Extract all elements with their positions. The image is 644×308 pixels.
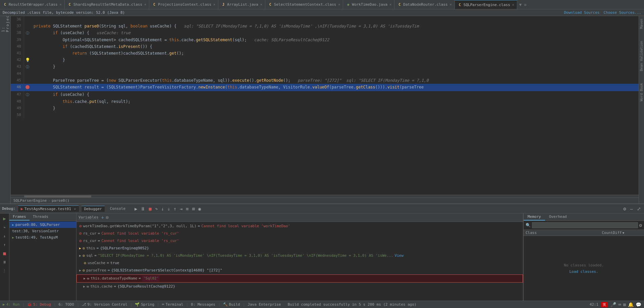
step-over-btn[interactable]: ↷ bbox=[154, 205, 159, 212]
download-sources-link[interactable]: Download Sources bbox=[564, 10, 599, 15]
code-line-45: 45 ParseTree parseTree = (new SQLParserE… bbox=[11, 77, 639, 84]
more-btn[interactable]: ⋮ bbox=[1, 267, 8, 274]
var-item-this[interactable]: ▶ ⊙ this = {SQLParserEngine@9052} bbox=[76, 245, 523, 252]
messages-btn[interactable]: 0: Messages bbox=[191, 302, 215, 307]
add-variable-btn[interactable]: + bbox=[100, 214, 105, 221]
tab-arraylist[interactable]: J ArrayList.java × bbox=[218, 0, 265, 9]
debugger-tab[interactable]: Debugger bbox=[82, 206, 105, 212]
var-value: "SELECT IF(MondayTime = ?,1,0) AS 'isMon… bbox=[98, 253, 393, 259]
tab-selectstatementcontext[interactable]: C SelectStatementContext.class × bbox=[265, 0, 343, 9]
stop-btn[interactable]: ■ bbox=[148, 205, 152, 212]
java-enterprise-btn[interactable]: Java Enterprise bbox=[248, 302, 281, 307]
breakpoint-icon[interactable] bbox=[25, 85, 30, 89]
var-name: parseTree bbox=[86, 267, 106, 273]
threads-tab[interactable]: Threads bbox=[30, 213, 52, 221]
pause-btn[interactable]: ⏸ bbox=[140, 205, 146, 212]
word-book-label[interactable]: Word Book bbox=[639, 80, 644, 104]
tab-overflow-button[interactable]: ▼ ≡ bbox=[517, 0, 529, 9]
overhead-tab[interactable]: Overhead bbox=[545, 213, 571, 221]
frame-item-test[interactable]: test:30, VersionContr bbox=[9, 228, 76, 234]
load-classes-link[interactable]: Load classes. bbox=[569, 269, 598, 274]
tab-projectionscontext[interactable]: C ProjectionsContext.class × bbox=[149, 0, 218, 9]
run-to-cursor-btn[interactable]: ⇥ bbox=[179, 205, 183, 212]
keyboard-icon[interactable]: ⌨ bbox=[618, 302, 621, 307]
memory-tab[interactable]: Memory bbox=[524, 213, 545, 221]
var-item-databasetypename[interactable]: ▶ ∞ this.databaseTypeName = 'Sql02' bbox=[76, 274, 523, 283]
chat-icon[interactable]: 💬 bbox=[636, 302, 641, 307]
tab-datanoderouter[interactable]: C DataNodeRouter.class × bbox=[394, 0, 454, 9]
debug-session-label: TestAgsMessage.test01 bbox=[24, 207, 71, 211]
close-icon[interactable]: × bbox=[260, 3, 262, 6]
trace-btn[interactable]: ⊞ bbox=[191, 205, 196, 212]
filter-btn[interactable]: ⊟ bbox=[106, 215, 108, 220]
memory-tab-label: Memory bbox=[528, 214, 541, 219]
var-name: this.databaseTypeName bbox=[91, 275, 137, 282]
debug-session-close[interactable]: × bbox=[74, 207, 76, 211]
run-status-btn[interactable]: ▶ 4: Run bbox=[3, 302, 19, 307]
close-icon[interactable]: × bbox=[389, 3, 391, 6]
code-line-49: 49 } bbox=[11, 105, 639, 112]
grid-icon[interactable]: ⊞ bbox=[623, 302, 626, 307]
close-icon[interactable]: × bbox=[338, 3, 340, 6]
line-gutter bbox=[24, 105, 31, 112]
horizontal-scrollbar[interactable] bbox=[11, 195, 639, 197]
var-item-sql[interactable]: ▶ ⊙ sql = "SELECT IF(MondayTime = ?,1,0)… bbox=[76, 252, 523, 259]
spring-btn[interactable]: 🌱 Spring bbox=[135, 302, 154, 307]
csdn-badge[interactable]: 英 bbox=[601, 302, 608, 307]
line-content: this.cache.put(sql, result); bbox=[31, 98, 639, 105]
close-icon[interactable]: × bbox=[450, 3, 452, 6]
var-name: sql bbox=[86, 253, 93, 259]
console-tab-label: Console bbox=[110, 206, 125, 211]
tab-shardingresultset[interactable]: C ShardingResultSetMetaData.class × bbox=[65, 0, 149, 9]
bean-validation-label[interactable]: Bean Validation bbox=[639, 38, 644, 74]
var-item-parsetree[interactable]: ▶ ⊙ parseTree = {SQL92StatementParser$Se… bbox=[76, 267, 523, 274]
close-icon[interactable]: × bbox=[144, 3, 146, 6]
tab-sqlparserengine[interactable]: C SQLParserEngine.class × bbox=[455, 0, 517, 9]
view-link[interactable]: View bbox=[395, 253, 404, 259]
step-out-btn-2[interactable]: ↑ bbox=[1, 241, 8, 248]
tab-resultsetwrapper[interactable]: C ResultSetWrapper.class × bbox=[0, 0, 65, 9]
build-btn[interactable]: 🔨 Build bbox=[223, 302, 240, 307]
force-step-into-btn[interactable]: ⇓ bbox=[166, 205, 171, 212]
resume-btn[interactable]: ▶ bbox=[133, 205, 138, 212]
debug-settings-btn[interactable]: ⚙ bbox=[622, 205, 627, 212]
frame-item-parse0[interactable]: ▶ parse0:80, SQLParser bbox=[9, 222, 76, 228]
memory-settings-icon[interactable]: ⚙ bbox=[639, 223, 642, 228]
console-tab[interactable]: Console bbox=[107, 206, 128, 211]
pause-all-btn[interactable]: ⏸ bbox=[1, 258, 8, 266]
var-item-cache[interactable]: ▶ ∞ this.cache = {SQLParseResultCache@91… bbox=[76, 283, 523, 290]
line-content: ParseTree parseTree = (new SQLParserExec… bbox=[31, 77, 639, 84]
debug-status-btn[interactable]: 🐞 5: Debug bbox=[27, 302, 51, 307]
step-over-btn-2[interactable]: ↷ bbox=[1, 224, 8, 231]
notification-icon[interactable]: 🔔 bbox=[628, 302, 634, 307]
debug-session-tab[interactable]: ▶ TestAgsMessage.test01 × bbox=[18, 205, 79, 212]
frame-item-test01[interactable]: ▶ test01:49, TestAgsM bbox=[9, 234, 76, 241]
version-control-btn[interactable]: ⎇ 9: Version Control bbox=[82, 302, 127, 307]
settings-icon-2[interactable]: ◉ bbox=[197, 205, 202, 212]
code-editor[interactable]: 36 37 private SQLStatement parse0(String… bbox=[11, 16, 639, 195]
restore-layout-btn[interactable]: ⤢ bbox=[636, 205, 642, 212]
run-btn[interactable]: ▶ bbox=[1, 215, 8, 222]
tab-worktimedao[interactable]: ● WorkTimeDao.java × bbox=[343, 0, 394, 9]
var-name: this bbox=[86, 245, 95, 251]
step-out-btn[interactable]: ↑ bbox=[172, 205, 177, 212]
debug-minimize-btn[interactable]: — bbox=[629, 205, 634, 212]
stop-btn-2[interactable]: ■ bbox=[1, 250, 8, 257]
memory-search-input[interactable] bbox=[532, 222, 638, 228]
class-icon: C bbox=[152, 2, 157, 7]
frames-tab[interactable]: Frames bbox=[9, 213, 30, 221]
mic-icon[interactable]: 🎤 bbox=[610, 302, 616, 307]
choose-sources-link[interactable]: Choose Sources... bbox=[603, 10, 641, 15]
var-equals: = bbox=[107, 260, 109, 266]
close-icon[interactable]: × bbox=[60, 3, 62, 6]
terminal-btn[interactable]: ⌨ Terminal bbox=[162, 302, 183, 307]
todo-btn[interactable]: 6: TODO bbox=[59, 302, 74, 307]
evaluate-btn[interactable]: ≡ bbox=[185, 205, 190, 212]
terminal-label: Terminal bbox=[165, 302, 183, 307]
sidebar-icon-1[interactable]: 1: Project bbox=[1, 17, 10, 27]
close-icon[interactable]: × bbox=[512, 3, 514, 7]
step-into-btn-2[interactable]: ↓ bbox=[1, 232, 8, 240]
maven-label[interactable]: Maven bbox=[639, 16, 644, 32]
step-into-btn[interactable]: ↓ bbox=[160, 205, 165, 212]
close-icon[interactable]: × bbox=[213, 3, 215, 6]
